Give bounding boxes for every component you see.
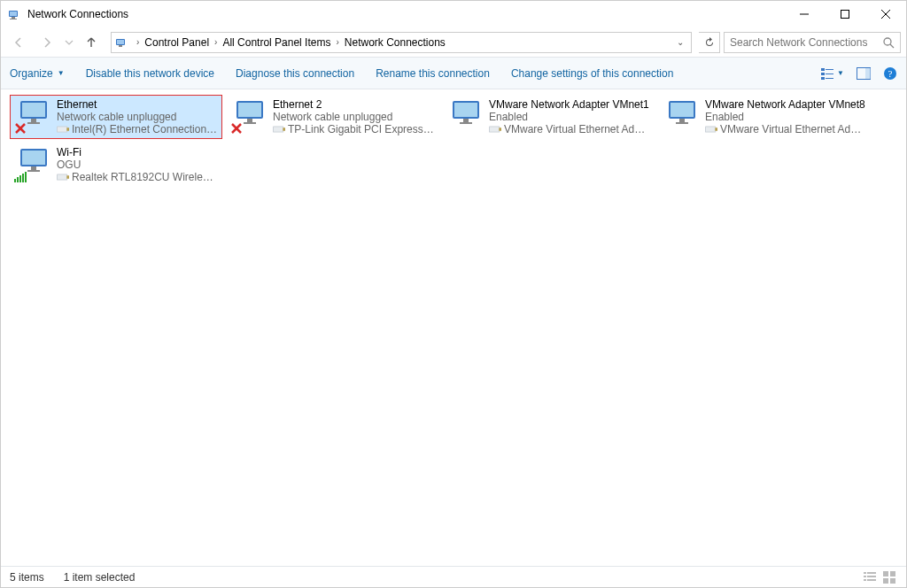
svg-rect-63 <box>25 172 27 182</box>
svg-rect-20 <box>865 68 871 79</box>
svg-rect-62 <box>22 174 24 182</box>
diagnose-connection-button[interactable]: Diagnose this connection <box>236 67 354 80</box>
svg-rect-13 <box>821 68 825 71</box>
svg-rect-18 <box>826 78 833 79</box>
refresh-button[interactable] <box>699 32 720 53</box>
chevron-right-icon[interactable]: › <box>136 37 139 47</box>
svg-rect-60 <box>17 177 19 182</box>
connection-status: Network cable unplugged <box>273 111 434 123</box>
connection-device: Intel(R) Ethernet Connection I217-V <box>72 123 218 135</box>
help-button[interactable]: ? <box>883 66 897 81</box>
chevron-right-icon[interactable]: › <box>214 37 217 47</box>
svg-rect-33 <box>238 103 261 117</box>
view-options-button[interactable]: ▼ <box>821 67 844 80</box>
connection-name: VMware Network Adapter VMnet1 <box>489 98 650 111</box>
titlebar: Network Connections <box>1 1 906 27</box>
large-icons-view-button[interactable] <box>883 571 897 584</box>
svg-rect-34 <box>247 119 252 122</box>
svg-rect-73 <box>883 571 888 576</box>
navbar: › Control Panel › All Control Panel Item… <box>1 27 906 58</box>
svg-rect-61 <box>19 175 21 182</box>
search-input[interactable] <box>730 36 877 49</box>
svg-rect-65 <box>58 174 67 179</box>
svg-rect-51 <box>676 122 688 124</box>
svg-rect-53 <box>706 127 716 131</box>
svg-rect-16 <box>826 74 833 74</box>
connection-name: VMware Network Adapter VMnet8 <box>705 98 866 111</box>
svg-rect-72 <box>867 579 876 581</box>
svg-rect-10 <box>119 45 122 47</box>
connection-device: VMware Virtual Ethernet Adapter ... <box>504 123 650 135</box>
svg-rect-40 <box>283 128 285 131</box>
crumb-all-items[interactable]: All Control Panel Items <box>219 36 334 49</box>
svg-rect-70 <box>867 576 876 577</box>
network-adapter-icon <box>14 145 57 184</box>
connection-status: Enabled <box>705 111 866 123</box>
svg-rect-50 <box>679 119 685 122</box>
chevron-right-icon[interactable]: › <box>336 37 338 47</box>
nav-up-button[interactable] <box>79 30 104 55</box>
close-button[interactable] <box>865 1 906 27</box>
svg-rect-1 <box>10 12 17 16</box>
nic-icon <box>57 125 69 134</box>
nic-icon <box>273 125 285 134</box>
disable-device-button[interactable]: Disable this network device <box>86 67 214 80</box>
svg-rect-76 <box>890 578 895 584</box>
search-icon[interactable] <box>882 36 895 49</box>
connection-item[interactable]: VMware Network Adapter VMnet1 Enabled VM… <box>442 95 655 139</box>
svg-rect-46 <box>490 127 500 131</box>
network-adapter-icon <box>230 97 273 136</box>
svg-rect-71 <box>864 579 866 581</box>
window-title: Network Connections <box>27 8 784 20</box>
network-adapter-icon <box>446 97 489 136</box>
svg-rect-49 <box>671 103 694 117</box>
status-bar: 5 items 1 item selected <box>1 566 906 587</box>
svg-rect-25 <box>31 119 36 122</box>
change-settings-button[interactable]: Change settings of this connection <box>511 67 673 80</box>
crumb-control-panel[interactable]: Control Panel <box>141 36 213 49</box>
connection-item[interactable]: Ethernet 2 Network cable unplugged TP-Li… <box>226 95 438 139</box>
search-box[interactable] <box>724 32 901 53</box>
nav-recent-button[interactable] <box>63 30 75 55</box>
svg-rect-67 <box>864 572 866 574</box>
svg-rect-2 <box>12 17 15 19</box>
connection-item[interactable]: VMware Network Adapter VMnet8 Enabled VM… <box>658 95 871 139</box>
svg-text:?: ? <box>888 68 893 79</box>
details-view-button[interactable] <box>864 571 878 584</box>
breadcrumb[interactable]: › Control Panel › All Control Panel Item… <box>111 32 692 53</box>
connection-name: Ethernet 2 <box>273 98 434 111</box>
network-adapter-icon <box>663 97 705 136</box>
organize-menu[interactable]: Organize <box>10 67 65 80</box>
address-dropdown-button[interactable]: ⌄ <box>673 37 687 47</box>
preview-pane-button[interactable] <box>857 67 871 80</box>
nav-back-button[interactable] <box>6 30 31 55</box>
maximize-button[interactable] <box>825 1 865 27</box>
connection-item[interactable]: Ethernet Network cable unplugged Intel(R… <box>10 95 222 139</box>
svg-rect-56 <box>22 151 45 165</box>
svg-rect-39 <box>274 127 283 131</box>
connection-details: Wi-Fi OGU Realtek RTL8192CU Wireless LAN… <box>57 146 218 183</box>
window-controls <box>784 1 906 27</box>
svg-rect-3 <box>10 19 17 19</box>
svg-rect-26 <box>27 122 40 124</box>
connection-status: Network cable unplugged <box>57 111 218 123</box>
svg-rect-44 <box>460 122 472 124</box>
svg-rect-75 <box>883 578 888 584</box>
view-mode-buttons <box>864 571 897 584</box>
minimize-button[interactable] <box>784 1 825 27</box>
svg-rect-31 <box>66 128 69 131</box>
nav-forward-button[interactable] <box>35 30 59 55</box>
connections-view[interactable]: Ethernet Network cable unplugged Intel(R… <box>1 89 906 566</box>
connection-name: Ethernet <box>57 98 218 111</box>
svg-point-11 <box>884 38 891 45</box>
network-adapter-icon <box>14 97 57 136</box>
svg-rect-14 <box>826 69 833 70</box>
connection-device: Realtek RTL8192CU Wireless LAN ... <box>72 171 218 183</box>
connection-details: Ethernet 2 Network cable unplugged TP-Li… <box>273 98 434 135</box>
connection-item[interactable]: Wi-Fi OGU Realtek RTL8192CU Wireless LAN… <box>10 143 222 187</box>
crumb-network-connections[interactable]: Network Connections <box>341 36 449 49</box>
rename-connection-button[interactable]: Rename this connection <box>376 67 490 80</box>
svg-rect-24 <box>22 103 45 117</box>
connection-device: TP-Link Gigabit PCI Express Adap... <box>288 123 434 135</box>
status-selected-count: 1 item selected <box>64 571 136 584</box>
